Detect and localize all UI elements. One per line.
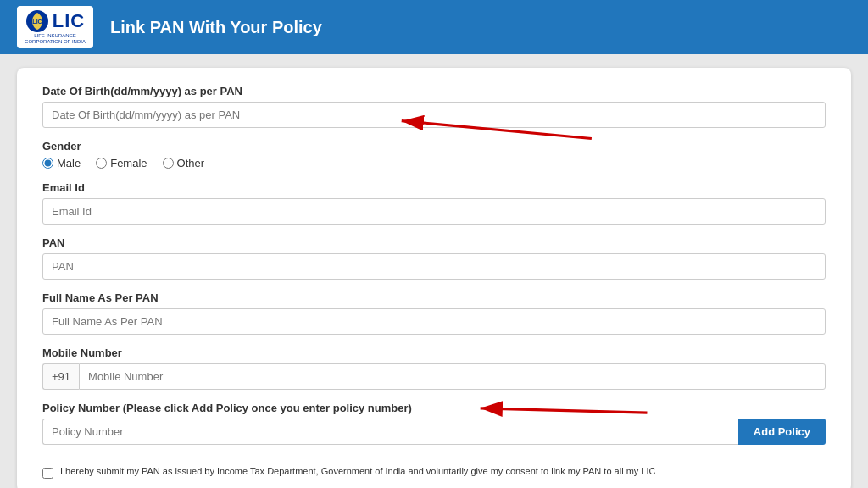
fullname-group: Full Name As Per PAN [42,291,826,335]
email-input[interactable] [42,198,826,225]
mobile-row: +91 [42,363,826,390]
svg-text:LIC: LIC [32,19,42,25]
pan-label: PAN [42,236,826,249]
gender-female-radio[interactable] [96,158,107,169]
form-card: Date Of Birth(dd/mm/yyyy) as per PAN Gen… [17,68,851,488]
gender-male-radio[interactable] [42,158,53,169]
policy-group: Policy Number (Please click Add Policy o… [42,402,826,445]
gender-female-label: Female [110,157,147,169]
consent-checkbox[interactable] [42,468,53,479]
gender-male-label: Male [57,157,81,169]
email-label: Email Id [42,181,826,194]
logo-box: LIC LIC LIFE INSURANCE CORPORATION OF IN… [17,6,93,48]
gender-group: Gender Male Female Other [42,140,826,169]
gender-male-option[interactable]: Male [42,157,81,169]
logo-text: LIC [53,10,85,32]
pan-input[interactable] [42,253,826,280]
gender-other-radio[interactable] [163,158,174,169]
gender-label: Gender [42,140,826,152]
header: LIC LIC LIFE INSURANCE CORPORATION OF IN… [0,0,868,54]
policy-label: Policy Number (Please click Add Policy o… [42,402,826,414]
pan-group: PAN [42,236,826,280]
consent-row: I hereby submit my PAN as issued by Inco… [42,457,826,479]
policy-number-input[interactable] [42,419,738,445]
dob-input[interactable] [42,102,826,128]
logo-top: LIC LIC [25,9,85,33]
gender-other-option[interactable]: Other [163,157,205,169]
mobile-label: Mobile Number [42,347,826,359]
fullname-label: Full Name As Per PAN [42,291,826,304]
email-group: Email Id [42,181,826,225]
add-policy-button[interactable]: Add Policy [738,419,826,445]
mobile-group: Mobile Number +91 [42,347,826,390]
lic-shield-icon: LIC [25,9,49,33]
main-container: Date Of Birth(dd/mm/yyyy) as per PAN Gen… [0,54,868,488]
header-title: Link PAN With Your Policy [110,18,322,37]
dob-group: Date Of Birth(dd/mm/yyyy) as per PAN [42,85,826,128]
gender-options: Male Female Other [42,157,826,169]
fullname-input[interactable] [42,308,826,335]
mobile-prefix: +91 [42,363,79,390]
consent-text: I hereby submit my PAN as issued by Inco… [60,466,655,476]
logo-inner: LIC LIC LIFE INSURANCE CORPORATION OF IN… [24,9,86,45]
dob-label: Date Of Birth(dd/mm/yyyy) as per PAN [42,85,826,97]
mobile-input[interactable] [79,363,826,390]
gender-female-option[interactable]: Female [96,157,147,169]
policy-row: Add Policy [42,419,826,445]
logo-tagline: LIFE INSURANCE CORPORATION OF INDIA [24,33,86,45]
gender-other-label: Other [177,157,205,169]
